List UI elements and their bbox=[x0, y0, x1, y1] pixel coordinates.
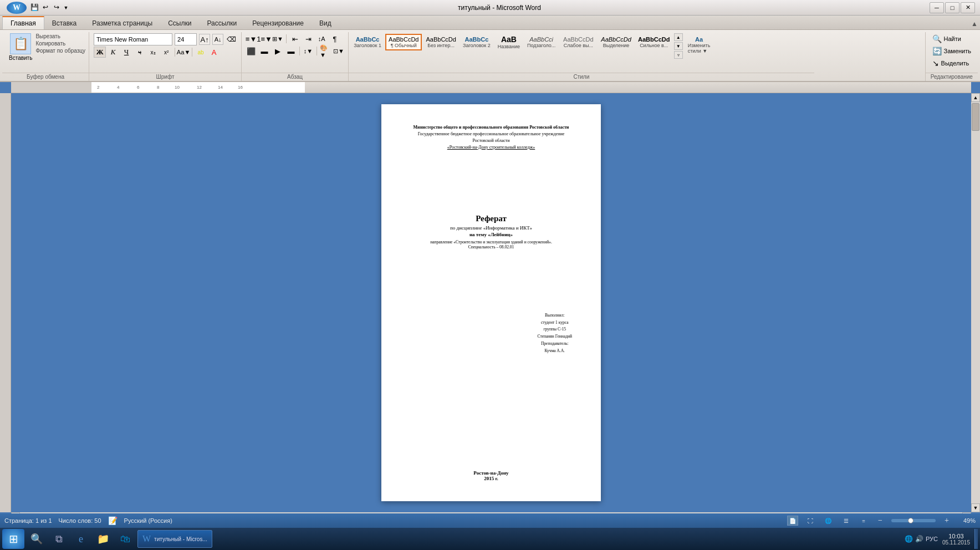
taskbar-lang[interactable]: РУС bbox=[926, 536, 938, 542]
tab-review[interactable]: Рецензирование bbox=[244, 17, 312, 29]
document-area[interactable]: Министерство общего и профессионального … bbox=[11, 93, 971, 512]
taskbar-edge[interactable]: e bbox=[71, 529, 91, 549]
show-desktop-button[interactable] bbox=[974, 529, 978, 549]
taskbar-search[interactable]: 🔍 bbox=[27, 529, 47, 549]
style-strong[interactable]: AaBbCcDd Сильное в... bbox=[635, 34, 673, 50]
quick-undo[interactable]: ↩ bbox=[40, 2, 51, 13]
zoom-level[interactable]: 49% bbox=[958, 517, 976, 524]
show-para-button[interactable]: ¶ bbox=[329, 33, 341, 44]
clipboard-group-label: Буфер обмена bbox=[2, 73, 89, 80]
change-case-button[interactable]: Аа▼ bbox=[177, 47, 190, 58]
decrease-indent-button[interactable]: ⇤ bbox=[289, 33, 301, 44]
scrollbar-vertical[interactable]: ▲ ▼ bbox=[971, 93, 980, 512]
start-button[interactable]: ⊞ bbox=[2, 529, 24, 549]
style-heading1[interactable]: AaBbCc Заголовок 1 bbox=[351, 34, 384, 50]
clear-formatting-button[interactable]: ⌫ bbox=[226, 34, 237, 45]
styles-more[interactable]: ▿ bbox=[674, 51, 683, 59]
font-name-input[interactable] bbox=[94, 33, 172, 45]
subtitle1: по дисциплине «Информатика и ИКТ» bbox=[406, 225, 576, 231]
grow-font-button[interactable]: A↑ bbox=[199, 34, 210, 45]
style-subtitle[interactable]: AaBbCci Подзаголо... bbox=[524, 34, 558, 50]
bullets-button[interactable]: ≡▼ bbox=[245, 33, 257, 44]
highlight-button[interactable]: ab bbox=[195, 47, 207, 58]
numbering-button[interactable]: 1≡▼ bbox=[258, 33, 270, 44]
separator1 bbox=[175, 48, 175, 57]
align-left-button[interactable]: ⬛ bbox=[245, 45, 257, 57]
tab-home[interactable]: Главная bbox=[2, 16, 44, 29]
justify-button[interactable]: ▬ bbox=[285, 45, 297, 57]
status-bar: Страница: 1 из 1 Число слов: 50 📝 Русски… bbox=[0, 513, 980, 528]
subscript-button[interactable]: х₂ bbox=[147, 47, 159, 58]
align-center-button[interactable]: ▬ bbox=[258, 45, 270, 57]
scroll-thumb-v[interactable] bbox=[972, 103, 979, 131]
tab-view[interactable]: Вид bbox=[312, 17, 339, 29]
tray-volume[interactable]: 🔊 bbox=[915, 535, 923, 543]
zoom-out-button[interactable]: − bbox=[876, 516, 885, 525]
line-spacing-button[interactable]: ↕▼ bbox=[302, 45, 314, 57]
styles-scroll-up[interactable]: ▲ bbox=[674, 33, 683, 41]
paste-button[interactable]: 📋 Вставить bbox=[6, 32, 35, 62]
taskbar-explorer[interactable]: 📁 bbox=[93, 529, 113, 549]
style-emphasis[interactable]: AaBbCcDd Выделение bbox=[598, 34, 634, 50]
border-button[interactable]: ⊡▼ bbox=[333, 45, 345, 57]
style-no-spacing[interactable]: AaBbCcDd Без интер... bbox=[423, 34, 458, 50]
style-title[interactable]: AaB Название bbox=[494, 33, 523, 51]
taskbar-store[interactable]: 🛍 bbox=[115, 529, 135, 549]
cut-button[interactable]: Вырезать bbox=[35, 33, 85, 39]
italic-button[interactable]: К bbox=[107, 47, 119, 58]
taskbar-task-view[interactable]: ⧉ bbox=[49, 529, 69, 549]
font-size-input[interactable] bbox=[175, 33, 197, 45]
select-button[interactable]: ↘ Выделить bbox=[930, 58, 973, 69]
tab-page-layout[interactable]: Разметка страницы bbox=[84, 17, 160, 29]
multilevel-list-button[interactable]: ⊞▼ bbox=[272, 33, 284, 44]
superscript-button[interactable]: х² bbox=[160, 47, 172, 58]
font-color-button[interactable]: А bbox=[208, 47, 220, 58]
taskbar-word-app[interactable]: W титульный - Micros... bbox=[137, 530, 212, 548]
tab-insert[interactable]: Вставка bbox=[44, 17, 85, 29]
shrink-font-button[interactable]: A↓ bbox=[212, 34, 223, 45]
style-subtle-emphasis[interactable]: AaBbCcDd Слабое вы... bbox=[559, 34, 597, 50]
style-heading2[interactable]: AaBbCc Заголовок 2 bbox=[460, 34, 493, 50]
zoom-in-button[interactable]: + bbox=[942, 516, 951, 525]
maximize-button[interactable]: □ bbox=[945, 2, 959, 13]
tab-mailings[interactable]: Рассылки bbox=[199, 17, 244, 29]
info-executed: Выполнил: bbox=[538, 312, 573, 319]
close-button[interactable]: ✕ bbox=[961, 2, 975, 13]
quick-save[interactable]: 💾 bbox=[29, 2, 40, 13]
align-right-button[interactable]: ▶ bbox=[272, 45, 284, 57]
tab-references[interactable]: Ссылки bbox=[160, 17, 199, 29]
taskbar-clock[interactable]: 10:03 05.11.2015 bbox=[942, 533, 970, 546]
replace-button[interactable]: 🔄 Заменить bbox=[930, 45, 973, 57]
view-draft[interactable]: ≡ bbox=[858, 516, 869, 526]
quick-dropdown[interactable]: ▼ bbox=[62, 4, 70, 12]
zoom-slider-bar[interactable] bbox=[891, 519, 936, 522]
view-fullscreen[interactable]: ⛶ bbox=[805, 516, 816, 526]
quick-redo[interactable]: ↪ bbox=[51, 2, 62, 13]
style-normal[interactable]: AaBbCcDd ¶ Обычный bbox=[385, 34, 422, 50]
view-print-layout[interactable]: 📄 bbox=[787, 516, 798, 526]
spell-check-icon[interactable]: 📝 bbox=[108, 516, 118, 526]
sort-button[interactable]: ↕A bbox=[315, 33, 328, 44]
styles-scroll-down[interactable]: ▼ bbox=[674, 42, 683, 50]
header-ministry: Министерство общего и профессионального … bbox=[406, 124, 576, 151]
change-styles-button[interactable]: Аа Изменитьстили ▼ bbox=[685, 33, 713, 57]
view-web[interactable]: 🌐 bbox=[823, 516, 834, 526]
increase-indent-button[interactable]: ⇥ bbox=[302, 33, 314, 44]
scroll-down-button[interactable]: ▼ bbox=[971, 503, 980, 512]
ribbon-options-icon[interactable]: ▲ bbox=[969, 18, 980, 29]
view-outline[interactable]: ☰ bbox=[840, 516, 851, 526]
underline-button[interactable]: Ч bbox=[120, 47, 132, 58]
clock-time: 10:03 bbox=[948, 533, 964, 539]
office-logo[interactable]: W bbox=[7, 2, 27, 14]
paragraph-group-label: Абзац bbox=[242, 73, 348, 80]
copy-button[interactable]: Копировать bbox=[35, 40, 85, 47]
scroll-up-button[interactable]: ▲ bbox=[971, 93, 980, 102]
shading-button[interactable]: 🎨▼ bbox=[319, 45, 331, 57]
minimize-button[interactable]: ─ bbox=[930, 2, 944, 13]
format-painter-button[interactable]: Формат по образцу bbox=[35, 48, 85, 54]
tray-network[interactable]: 🌐 bbox=[905, 535, 913, 543]
bold-button[interactable]: Ж bbox=[94, 47, 106, 58]
find-button[interactable]: 🔍 Найти bbox=[930, 33, 973, 44]
strikethrough-button[interactable]: ч bbox=[134, 47, 146, 58]
language-indicator[interactable]: Русский (Россия) bbox=[124, 517, 172, 524]
